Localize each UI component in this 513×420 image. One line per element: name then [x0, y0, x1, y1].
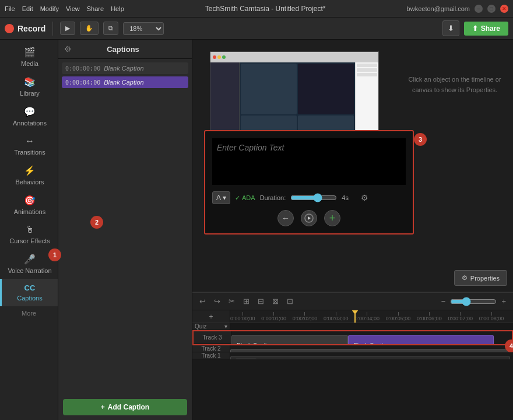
sidebar-item-animations[interactable]: 🎯 Animations	[0, 190, 58, 220]
menu-file[interactable]: File	[5, 5, 15, 12]
track2-content[interactable]: Rec 11-07-19 (Audio)	[230, 345, 513, 352]
sidebar-more[interactable]: More	[0, 306, 58, 320]
menu-help[interactable]: Help	[111, 5, 124, 12]
preview-cell-1	[241, 64, 297, 114]
share-button[interactable]: ⬆ Share	[464, 22, 508, 36]
caption-controls: A ▾ ✓ ADA Duration: 4s ⚙	[212, 191, 406, 204]
canvas-top: A ▾ ✓ ADA Duration: 4s ⚙ ←	[192, 40, 513, 292]
track3-clip-0[interactable]: Blank Caption	[231, 335, 348, 344]
track-thumbnail	[236, 358, 256, 359]
timeline-cut-button[interactable]: ✂	[226, 296, 237, 307]
ada-label: ADA	[242, 194, 255, 201]
track1-clip-0[interactable]: Rec 11-07-19 (Screen)	[230, 356, 510, 359]
caption-settings-button[interactable]: ⚙	[361, 193, 368, 202]
sidebar-item-behaviors[interactable]: ⚡ Behaviors	[0, 160, 58, 190]
sidebar-item-media[interactable]: 🎬 Media	[0, 42, 58, 72]
toolbar-right: ⬇ ⬆ Share	[442, 20, 508, 36]
sidebar-item-transitions[interactable]: ↔ Transitions	[0, 131, 58, 160]
caption-format-button[interactable]: A ▾	[212, 191, 230, 204]
add-caption-plus-icon: +	[101, 403, 105, 411]
caption-item-0[interactable]: 0:00:00;00 Blank Caption	[62, 62, 188, 74]
toolbar: Record ▶ ✋ ⧉ 18% 25% 50% 75% 100% ⬇ ⬆ Sh…	[0, 18, 513, 40]
user-label[interactable]: bwkeeton@gmail.com	[407, 5, 470, 12]
zoom-select[interactable]: 18% 25% 50% 75% 100%	[123, 22, 164, 35]
titlebar: File Edit Modify View Share Help TechSmi…	[0, 0, 513, 18]
timeline-zoom-out-button[interactable]: −	[439, 296, 448, 307]
quiz-expand-icon[interactable]: ▾	[224, 323, 227, 330]
timeline-paste-button[interactable]: ⊟	[255, 296, 266, 307]
media-icon: 🎬	[24, 47, 36, 58]
sidebar: 🎬 Media 📚 Library 💬 Annotations ↔ Transi…	[0, 40, 58, 420]
track3-clip-1[interactable]: Blank Caption	[348, 335, 494, 344]
track3-content[interactable]: Blank Caption Blank Caption	[231, 331, 497, 344]
add-track-button[interactable]: +	[209, 313, 213, 321]
ada-checkbox-area[interactable]: ✓ ADA	[235, 194, 255, 202]
menu-edit[interactable]: Edit	[22, 5, 33, 12]
track2-label: Track 2	[192, 345, 230, 352]
timeline-extend-button[interactable]: ⊡	[284, 296, 296, 307]
timeline-zoom: − +	[439, 296, 508, 307]
preview-right-line-1	[357, 64, 377, 67]
pan-tool-button[interactable]: ✋	[80, 22, 99, 35]
crop-tool-button[interactable]: ⧉	[103, 22, 118, 35]
sidebar-item-annotations[interactable]: 💬 Annotations	[0, 102, 58, 131]
menu-share[interactable]: Share	[87, 5, 104, 12]
minimize-button[interactable]: −	[475, 5, 483, 13]
caption-add-button[interactable]: +	[324, 210, 340, 226]
annotation-2: 2	[90, 216, 103, 229]
ruler-tick-8: 0:00:08;00	[479, 312, 504, 321]
timeline-copy-button[interactable]: ⊞	[241, 296, 252, 307]
download-button[interactable]: ⬇	[442, 20, 459, 36]
track3-row: Track 3 Blank Caption Blank Caption 4	[192, 330, 513, 345]
select-tool-button[interactable]: ▶	[60, 22, 75, 35]
ruler-tick-0: 0:00:00;00	[230, 312, 255, 321]
close-button[interactable]: ✕	[500, 5, 508, 13]
canvas-area: 1	[192, 40, 513, 292]
timeline-ruler: 0:00:00;00 0:00:01;00 0:00:02;00	[230, 310, 513, 323]
sidebar-label-transitions: Transitions	[14, 149, 45, 156]
behaviors-icon: ⚡	[24, 165, 36, 176]
sidebar-label-cursor-effects: Cursor Effects	[9, 237, 50, 244]
caption-prev-button[interactable]: ←	[277, 210, 294, 226]
timeline-undo-button[interactable]: ↩	[197, 296, 208, 307]
menu-view[interactable]: View	[66, 5, 80, 12]
quiz-label: Quiz	[195, 323, 207, 330]
content-area: 1	[192, 40, 513, 420]
sidebar-item-captions[interactable]: CC Captions	[0, 279, 58, 306]
record-button[interactable]: Record	[5, 24, 45, 33]
zoom-slider[interactable]	[450, 297, 497, 306]
caption-editor: A ▾ ✓ ADA Duration: 4s ⚙ ←	[204, 130, 414, 235]
duration-label: Duration:	[260, 194, 286, 201]
sidebar-item-cursor-effects[interactable]: 🖱 Cursor Effects	[0, 220, 58, 249]
caption-text-0: Blank Caption	[104, 65, 144, 72]
properties-button[interactable]: ⚙ Properties	[454, 270, 507, 286]
timeline-zoom-in-button[interactable]: +	[499, 296, 508, 307]
playhead-triangle	[352, 310, 359, 314]
voice-narration-icon: 🎤	[24, 254, 36, 265]
annotations-icon: 💬	[24, 106, 36, 117]
sidebar-item-library[interactable]: 📚 Library	[0, 72, 58, 102]
animations-icon: 🎯	[24, 195, 36, 206]
duration-slider[interactable]	[290, 193, 337, 202]
transitions-icon: ↔	[25, 136, 34, 146]
maximize-button[interactable]: □	[487, 5, 496, 13]
timeline-split-button[interactable]: ⊠	[270, 296, 281, 307]
caption-text-input[interactable]	[212, 138, 406, 185]
sidebar-label-annotations: Annotations	[13, 120, 47, 127]
timeline-redo-button[interactable]: ↪	[212, 296, 223, 307]
captions-settings-button[interactable]: ⚙	[64, 44, 72, 54]
track3-label-text: Track 3	[203, 334, 222, 341]
caption-item-1[interactable]: 0:00:04;00 Blank Caption	[62, 76, 188, 88]
menu-modify[interactable]: Modify	[40, 5, 59, 12]
add-caption-label: Add Caption	[108, 403, 149, 411]
add-caption-button[interactable]: + Add Caption	[63, 399, 187, 415]
annotation-3: 3	[414, 133, 427, 146]
playhead[interactable]: 0:00:04:00	[354, 310, 356, 323]
ruler-tick-6: 0:00:06;00	[417, 312, 442, 321]
caption-play-button[interactable]	[301, 210, 317, 226]
captions-icon: CC	[24, 284, 36, 292]
track1-content[interactable]: Rec 11-07-19 (Screen)	[230, 352, 513, 359]
captions-title: Captions	[107, 45, 139, 54]
quiz-label-cell: Quiz ▾	[192, 323, 230, 330]
sidebar-label-captions: Captions	[17, 295, 42, 302]
